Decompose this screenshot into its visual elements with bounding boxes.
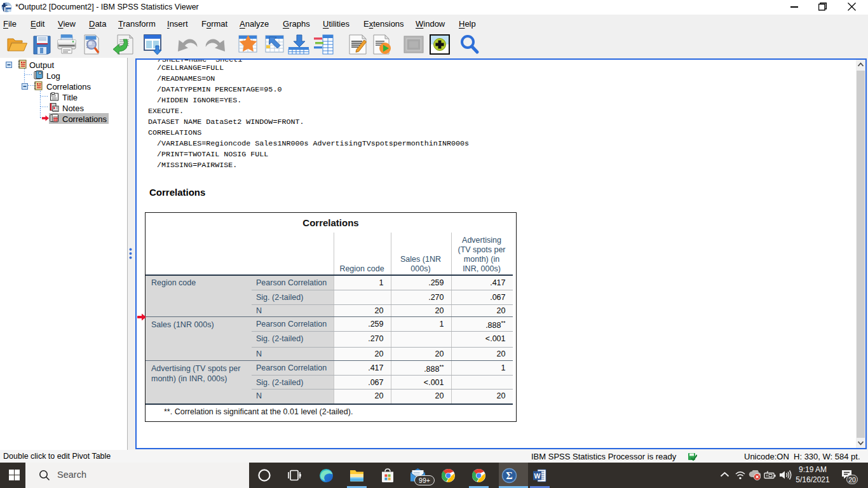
svg-text:Σ: Σ (506, 470, 512, 481)
svg-text:W: W (534, 472, 541, 480)
